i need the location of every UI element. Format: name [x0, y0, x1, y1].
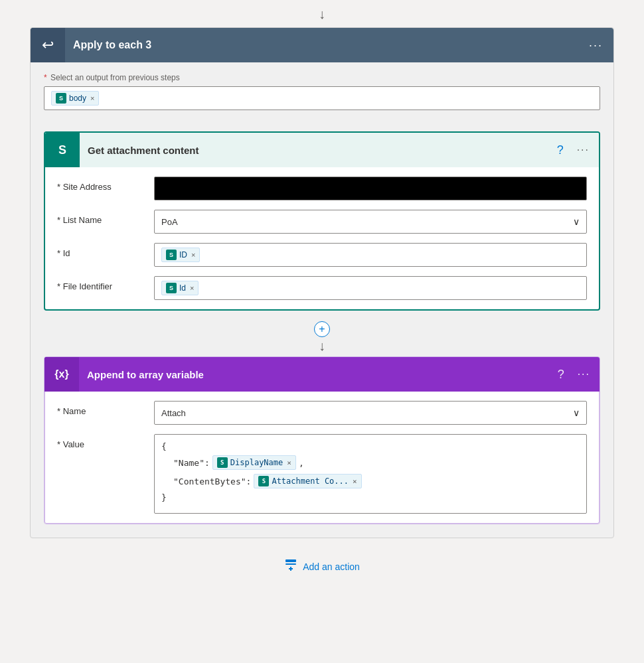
attachment-content-icon: S: [258, 476, 269, 486]
append-name-chevron: ∨: [573, 407, 580, 418]
apply-to-each-body: * Select an output from previous steps S…: [31, 62, 613, 121]
id-label: * Id: [57, 243, 143, 258]
get-attachment-card: S Get attachment content ? ··· * Site Ad…: [44, 131, 600, 311]
append-value-row: * Value { "Name": S Dis: [57, 434, 587, 514]
get-attachment-header: S Get attachment content ? ···: [45, 133, 599, 167]
attachment-content-token: S Attachment Co... ×: [254, 474, 361, 488]
append-name-label: * Name: [57, 401, 143, 416]
top-connector-arrow: ↓: [319, 7, 325, 22]
id-row: * Id S ID ×: [57, 243, 587, 267]
site-address-control: [154, 177, 587, 200]
file-identifier-token-input[interactable]: S Id ×: [154, 276, 587, 300]
display-name-close[interactable]: ×: [287, 459, 291, 467]
file-identifier-label: * File Identifier: [57, 276, 143, 291]
file-id-token-icon: S: [166, 283, 177, 293]
append-array-title: Append to array variable: [87, 369, 550, 380]
list-name-label: * List Name: [57, 210, 143, 225]
file-id-token: S Id ×: [161, 281, 199, 295]
select-output-label: * Select an output from previous steps: [44, 73, 600, 82]
apply-to-each-card: ↩ Apply to each 3 ··· * Select an output…: [30, 27, 614, 538]
add-action-button[interactable]: Add an action: [275, 554, 369, 579]
body-token-text: body: [69, 94, 86, 103]
svg-rect-1: [285, 563, 296, 565]
append-name-row: * Name Attach ∨: [57, 401, 587, 425]
list-name-row: * List Name PoA ∨: [57, 210, 587, 234]
append-array-help[interactable]: ?: [558, 368, 564, 382]
apply-to-each-menu[interactable]: ···: [589, 38, 603, 52]
page-container: ↓ ↩ Apply to each 3 ··· * Select an outp…: [0, 0, 644, 663]
apply-to-each-header: ↩ Apply to each 3 ···: [31, 28, 613, 62]
id-token-text: ID: [179, 250, 187, 259]
id-token-input[interactable]: S ID ×: [154, 243, 587, 267]
attachment-content-close[interactable]: ×: [353, 477, 357, 486]
display-name-icon: S: [217, 457, 228, 468]
value-field[interactable]: { "Name": S DisplayName × ,: [154, 434, 587, 514]
get-attachment-title: Get attachment content: [88, 145, 549, 156]
append-value-control: { "Name": S DisplayName × ,: [154, 434, 587, 514]
value-open-brace-line: {: [161, 441, 580, 451]
append-array-header: {x} Append to array variable ? ···: [44, 357, 600, 392]
id-token-close[interactable]: ×: [191, 251, 195, 259]
connector-arrow: ↓: [319, 338, 325, 354]
add-step-circle[interactable]: +: [314, 321, 330, 337]
display-name-text: DisplayName: [230, 458, 283, 467]
list-name-value: PoA: [161, 217, 178, 227]
append-array-menu[interactable]: ···: [578, 368, 590, 380]
inner-connector: + ↓: [31, 321, 613, 354]
append-name-dropdown[interactable]: Attach ∨: [154, 401, 587, 425]
body-token-icon: S: [56, 93, 66, 104]
file-identifier-row: * File Identifier S Id ×: [57, 276, 587, 300]
content-key: "ContentBytes":: [173, 477, 251, 486]
site-address-redacted: [154, 177, 587, 200]
list-name-control: PoA ∨: [154, 210, 587, 234]
get-attachment-body: * Site Address * List Name PoA: [45, 167, 599, 309]
body-token: S body ×: [51, 91, 99, 106]
get-attachment-icon: S: [45, 133, 80, 167]
add-action-label: Add an action: [303, 561, 360, 572]
append-array-card: {x} Append to array variable ? ··· * Nam…: [44, 356, 600, 524]
display-name-token: S DisplayName ×: [212, 455, 296, 470]
apply-to-each-icon: ↩: [31, 28, 65, 62]
name-comma: ,: [299, 458, 304, 468]
open-brace: {: [161, 441, 167, 451]
add-action-icon: [284, 558, 297, 575]
file-id-token-close[interactable]: ×: [190, 284, 194, 292]
body-token-close[interactable]: ×: [90, 94, 94, 102]
get-attachment-menu[interactable]: ···: [577, 144, 590, 156]
file-id-token-text: Id: [179, 283, 186, 293]
append-name-value: Attach: [161, 408, 186, 418]
close-brace: }: [161, 492, 167, 502]
append-value-label: * Value: [57, 434, 143, 449]
output-token-input[interactable]: S body ×: [44, 86, 600, 110]
list-name-dropdown[interactable]: PoA ∨: [154, 210, 587, 234]
value-content-line: "ContentBytes": S Attachment Co... ×: [161, 474, 580, 488]
id-token-icon: S: [166, 250, 177, 260]
file-identifier-control: S Id ×: [154, 276, 587, 300]
svg-rect-0: [285, 559, 296, 562]
append-array-icon: {x}: [44, 357, 79, 392]
append-name-control: Attach ∨: [154, 401, 587, 425]
site-address-row: * Site Address: [57, 177, 587, 200]
attachment-content-text: Attachment Co...: [272, 477, 349, 486]
get-attachment-help[interactable]: ?: [557, 143, 564, 157]
list-name-chevron: ∨: [573, 216, 580, 227]
name-key: "Name":: [173, 458, 210, 468]
apply-to-each-title: Apply to each 3: [73, 39, 581, 51]
append-array-body: * Name Attach ∨ * Value: [44, 392, 600, 524]
value-name-line: "Name": S DisplayName × ,: [161, 455, 580, 470]
add-action-section: Add an action: [275, 554, 369, 579]
site-address-label: * Site Address: [57, 177, 143, 192]
value-close-brace-line: }: [161, 492, 580, 502]
id-token: S ID ×: [161, 248, 200, 262]
id-control: S ID ×: [154, 243, 587, 267]
